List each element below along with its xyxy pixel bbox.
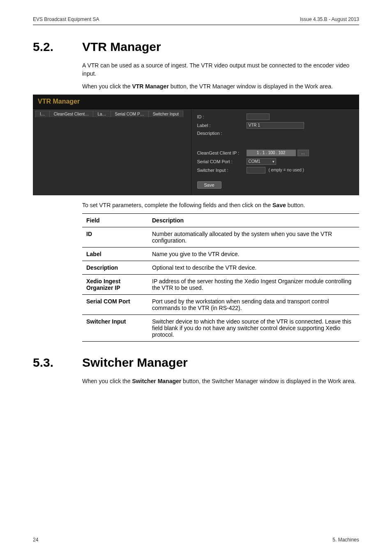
section-5-3-heading: 5.3. Switcher Manager [33,356,359,370]
fields-table: Field Description ID Number automaticall… [82,213,359,342]
page-number: 24 [33,537,38,543]
table-row: Switcher Input Switcher device to which … [82,315,359,342]
table-caption: To set VTR parameters, complete the foll… [82,201,359,209]
th-description: Description [148,214,359,227]
table-row: Xedio Ingest Organizer IP IP address of … [82,275,359,295]
footer-section: 5. Machines [332,537,359,543]
switcher-input-label: Switcher Input : [197,168,247,173]
chevron-down-icon: ▾ [272,160,274,164]
section-number: 5.2. [33,40,82,54]
save-button[interactable]: Save [197,181,221,189]
switcher-hint: ( empty = no used ) [269,168,304,172]
switcher-input-field[interactable] [247,167,265,173]
vtr-manager-window: VTR Manager I… CleanGest Client… La… Ser… [33,95,359,195]
header-left: EVS Broadcast Equipment SA [33,16,99,22]
table-row: Label Name you give to the VTR device. [82,247,359,261]
list-col-switcher[interactable]: Switcher Input [148,111,183,117]
table-row: ID Number automatically allocated by the… [82,227,359,247]
id-label: ID : [197,114,247,119]
section-5-3-para: When you click the Switcher Manager butt… [82,377,359,385]
serial-port-dropdown[interactable]: COM1 ▾ [247,158,276,165]
cg-ip-field[interactable]: 1 . 1 . 100 . 102 [247,150,296,156]
serial-port-label: Serial COM Port : [197,159,247,164]
page-header: EVS Broadcast Equipment SA Issue 4.35.B … [33,16,359,25]
section-5-2-para-1: A VTR can be used as a source of ingest.… [82,61,359,78]
list-col-id[interactable]: I… [35,111,49,117]
list-col-label[interactable]: La… [93,111,110,117]
page-footer: 24 5. Machines [33,537,359,543]
section-number: 5.3. [33,356,82,370]
label-field[interactable]: VTR 1 [247,122,304,129]
label-label: Label : [197,123,247,128]
list-col-serial[interactable]: Serial COM P… [111,111,148,117]
id-field[interactable] [247,113,270,120]
section-title: Switcher Manager [82,356,188,370]
vtr-list-panel: I… CleanGest Client… La… Serial COM P… S… [33,109,191,195]
section-5-2-para-2: When you click the VTR Manager button, t… [82,82,359,90]
ip-browse-button[interactable]: … [297,150,309,156]
table-row: Serial COM Port Port used by the worksta… [82,295,359,315]
description-label: Description : [197,131,247,136]
list-header-row: I… CleanGest Client… La… Serial COM P… S… [33,111,191,117]
description-field[interactable] [247,131,321,143]
section-title: VTR Manager [82,40,161,54]
vtr-form-panel: ID : Label : VTR 1 Description : CleanGe… [191,109,360,195]
header-right: Issue 4.35.B - August 2013 [300,16,359,22]
cg-ip-label: CleanGest Client IP : [197,150,247,155]
section-5-2-heading: 5.2. VTR Manager [33,40,359,54]
table-row: Description Optional text to describe th… [82,261,359,275]
window-title: VTR Manager [33,95,359,109]
th-field: Field [82,214,148,227]
list-col-client[interactable]: CleanGest Client… [49,111,93,117]
